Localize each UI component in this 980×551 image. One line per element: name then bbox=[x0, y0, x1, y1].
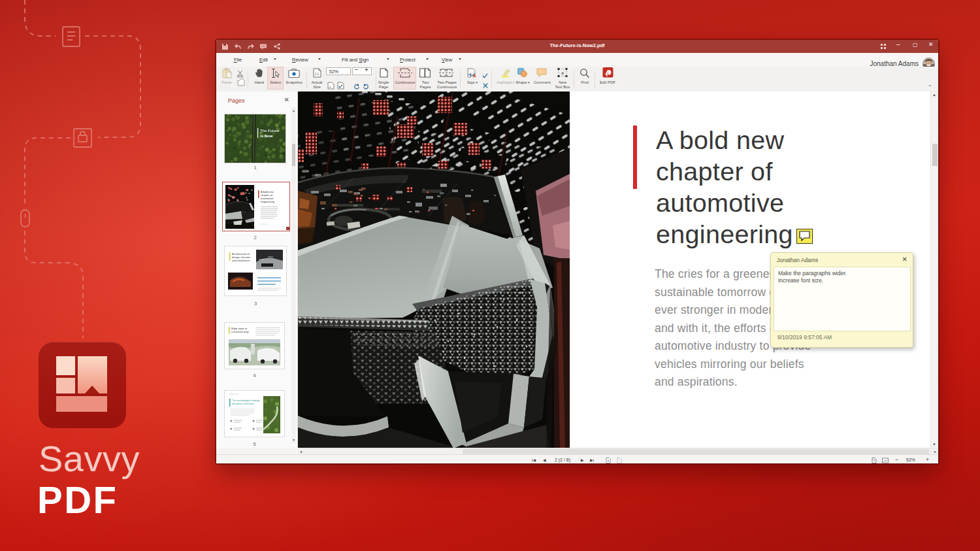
svg-text:a massive leap: a massive leap bbox=[231, 330, 249, 333]
svg-text:The technologies leading: The technologies leading bbox=[232, 399, 259, 402]
svg-text:1:1: 1:1 bbox=[314, 73, 319, 76]
svg-text:and cleanliness: and cleanliness bbox=[232, 259, 250, 262]
svg-text:the green revolution.: the green revolution. bbox=[232, 403, 255, 405]
svg-text:a: a bbox=[561, 70, 564, 76]
svg-text:engineering: engineering bbox=[261, 200, 274, 203]
svg-text:The Future: The Future bbox=[260, 129, 280, 133]
svg-text:is Now: is Now bbox=[260, 134, 273, 138]
